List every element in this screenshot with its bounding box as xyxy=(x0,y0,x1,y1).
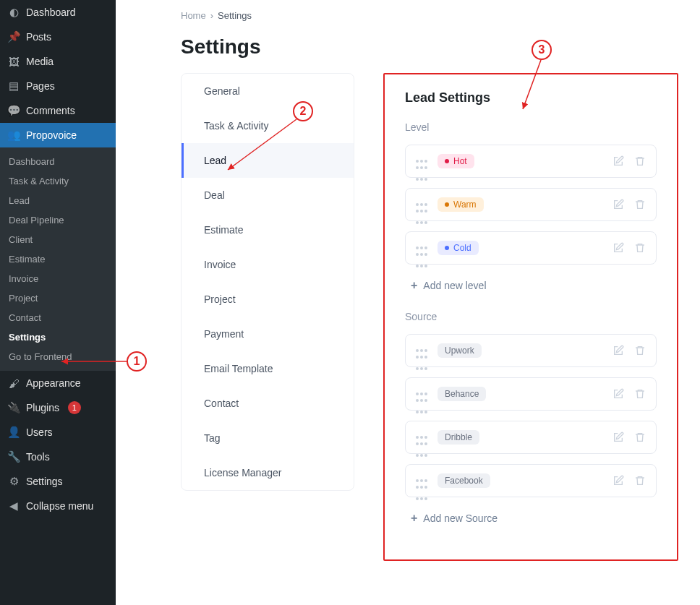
sidebar-item-users[interactable]: 👤Users xyxy=(0,420,116,445)
label: Collapse menu xyxy=(26,500,93,512)
tab-payment[interactable]: Payment xyxy=(182,317,354,351)
svg-line-1 xyxy=(228,119,296,170)
main-content: Home › Settings Settings General Task & … xyxy=(116,0,700,605)
edit-icon[interactable] xyxy=(612,199,624,210)
source-chip: Behance xyxy=(438,387,486,401)
drag-handle-icon[interactable] xyxy=(416,436,427,439)
sidebar-item-tools[interactable]: 🔧Tools xyxy=(0,445,116,469)
sidebar-item-comments[interactable]: 💬Comments xyxy=(0,98,116,123)
propovoice-submenu: Dashboard Task & Activity Lead Deal Pipe… xyxy=(0,147,116,371)
edit-icon[interactable] xyxy=(612,388,624,400)
annotation-marker-3: 3 xyxy=(532,40,552,60)
edit-icon[interactable] xyxy=(612,345,624,356)
source-row-dribble: Dribble xyxy=(405,421,657,454)
label: Tools xyxy=(26,451,50,463)
delete-icon[interactable] xyxy=(634,345,646,356)
tab-project[interactable]: Project xyxy=(182,282,354,317)
tab-tag[interactable]: Tag xyxy=(182,421,354,455)
label: Posts xyxy=(26,31,51,43)
chip-label: Hot xyxy=(453,156,467,166)
sub-invoice[interactable]: Invoice xyxy=(0,269,116,288)
label: Dashboard xyxy=(26,7,76,18)
label: Pages xyxy=(26,80,55,92)
drag-handle-icon[interactable] xyxy=(416,349,427,352)
sidebar-item-pages[interactable]: ▤Pages xyxy=(0,74,116,98)
tab-deal[interactable]: Deal xyxy=(182,178,354,213)
delete-icon[interactable] xyxy=(634,475,646,486)
sidebar-item-posts[interactable]: 📌Posts xyxy=(0,25,116,49)
wrench-icon: 🔧 xyxy=(7,450,20,463)
level-chip-cold: Cold xyxy=(438,241,479,255)
tab-invoice[interactable]: Invoice xyxy=(182,247,354,282)
breadcrumb-current: Settings xyxy=(218,10,252,21)
chip-label: Facebook xyxy=(445,476,483,486)
source-row-facebook: Facebook xyxy=(405,464,657,497)
wp-admin-sidebar: ◐Dashboard 📌Posts 🖾Media ▤Pages 💬Comment… xyxy=(0,0,116,605)
delete-icon[interactable] xyxy=(634,199,646,210)
gauge-icon: ◐ xyxy=(7,6,20,19)
sidebar-item-plugins[interactable]: 🔌Plugins1 xyxy=(0,395,116,420)
breadcrumb-home[interactable]: Home xyxy=(181,10,206,21)
delete-icon[interactable] xyxy=(634,432,646,443)
source-section-label: Source xyxy=(405,311,657,322)
sub-deal-pipeline[interactable]: Deal Pipeline xyxy=(0,210,116,230)
label: Plugins xyxy=(26,402,59,413)
source-row-behance: Behance xyxy=(405,377,657,411)
tab-contact[interactable]: Contact xyxy=(182,386,354,421)
label: Media xyxy=(26,56,54,67)
source-chip: Upwork xyxy=(438,343,482,358)
drag-handle-icon[interactable] xyxy=(416,392,427,395)
annotation-marker-1: 1 xyxy=(127,351,147,372)
level-chip-hot: Hot xyxy=(438,154,474,168)
edit-icon[interactable] xyxy=(612,155,624,167)
drag-handle-icon[interactable] xyxy=(416,479,427,482)
sidebar-item-wp-settings[interactable]: ⚙Settings xyxy=(0,469,116,494)
tab-general[interactable]: General xyxy=(182,74,354,108)
add-new-level-button[interactable]: +Add new level xyxy=(405,275,492,296)
sub-task-activity[interactable]: Task & Activity xyxy=(0,171,116,191)
label: Comments xyxy=(26,105,75,116)
sidebar-item-dashboard[interactable]: ◐Dashboard xyxy=(0,0,116,25)
sidebar-item-appearance[interactable]: 🖌Appearance xyxy=(0,371,116,395)
sub-estimate[interactable]: Estimate xyxy=(0,249,116,269)
chevron-right-icon: › xyxy=(210,10,213,21)
user-icon: 👤 xyxy=(7,426,20,439)
sidebar-item-propovoice[interactable]: 👥Propovoice xyxy=(0,123,116,147)
label: Appearance xyxy=(26,377,81,389)
delete-icon[interactable] xyxy=(634,242,646,254)
edit-icon[interactable] xyxy=(612,432,624,443)
media-icon: 🖾 xyxy=(7,55,20,68)
delete-icon[interactable] xyxy=(634,388,646,400)
edit-icon[interactable] xyxy=(612,242,624,254)
sub-settings[interactable]: Settings xyxy=(0,327,116,347)
page-title: Settings xyxy=(116,28,700,73)
drag-handle-icon[interactable] xyxy=(416,160,427,163)
level-row-warm: Warm xyxy=(405,188,657,221)
group-icon: 👥 xyxy=(7,129,20,142)
sub-contact[interactable]: Contact xyxy=(0,308,116,327)
sidebar-item-media[interactable]: 🖾Media xyxy=(0,49,116,74)
sub-client[interactable]: Client xyxy=(0,230,116,249)
dot-icon xyxy=(445,246,449,250)
sub-project[interactable]: Project xyxy=(0,288,116,308)
add-label: Add new Source xyxy=(423,512,498,524)
pin-icon: 📌 xyxy=(7,30,20,43)
sub-dashboard[interactable]: Dashboard xyxy=(0,152,116,171)
annotation-arrow-2 xyxy=(221,116,307,181)
tab-license-manager[interactable]: License Manager xyxy=(182,455,354,490)
lead-settings-panel: Lead Settings Level Hot Warm xyxy=(383,73,678,561)
delete-icon[interactable] xyxy=(634,155,646,167)
drag-handle-icon[interactable] xyxy=(416,246,427,249)
edit-icon[interactable] xyxy=(612,475,624,486)
collapse-icon: ◀ xyxy=(7,499,20,512)
sidebar-item-collapse[interactable]: ◀Collapse menu xyxy=(0,494,116,518)
drag-handle-icon[interactable] xyxy=(416,203,427,206)
tab-email-template[interactable]: Email Template xyxy=(182,351,354,386)
sub-lead[interactable]: Lead xyxy=(0,191,116,210)
dot-icon xyxy=(445,202,449,207)
add-new-source-button[interactable]: +Add new Source xyxy=(405,507,503,529)
tab-estimate[interactable]: Estimate xyxy=(182,213,354,247)
plug-icon: 🔌 xyxy=(7,401,20,414)
level-row-hot: Hot xyxy=(405,145,657,178)
label: Users xyxy=(26,426,53,438)
